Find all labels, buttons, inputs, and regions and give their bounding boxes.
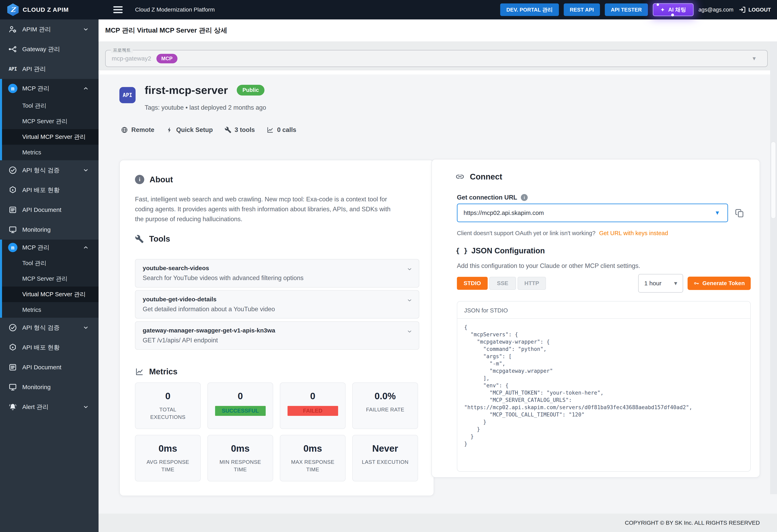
sidebar-item-mcp-2[interactable]: m MCP 관리 (2, 240, 99, 255)
generate-token-label: Generate Token (702, 280, 745, 287)
rest-api-button[interactable]: REST API (564, 3, 600, 16)
about-title: About (149, 175, 173, 184)
sidebar-item-monitoring[interactable]: Monitoring (0, 220, 99, 240)
braces-icon: { } (456, 247, 468, 255)
connection-url-value: https://mcp02.api.skapim.com (464, 209, 544, 216)
metric-total-executions: 0 TOTAL EXECUTIONS (135, 383, 201, 429)
chevron-up-icon (83, 85, 89, 92)
hamburger-menu-icon[interactable] (113, 6, 123, 13)
logout-icon (738, 6, 746, 14)
metric-failure-rate: 0.0% FAILURE RATE (352, 383, 418, 429)
sidebar-item-api-format-validation[interactable]: API 형식 검증 (0, 160, 99, 180)
sidebar-item-api-document-2[interactable]: API Document (0, 357, 99, 377)
tab-stdio[interactable]: STDIO (457, 277, 488, 290)
user-email: ags@ags.com (698, 7, 734, 13)
sparkle-dot-icon (657, 3, 659, 6)
page-title: MCP 관리 Virtual MCP Server 관리 상세 (105, 26, 227, 35)
connection-url-select[interactable]: https://mcp02.api.skapim.com ▼ (457, 204, 728, 222)
sidebar-item-mcp-server-mgmt[interactable]: MCP Server 관리 (2, 114, 99, 129)
about-heading-row: i About (135, 175, 173, 184)
metric-label: TOTAL EXECUTIONS (143, 406, 193, 421)
metric-label: MIN RESPONSE TIME (215, 458, 266, 473)
sidebar-item-metrics-2[interactable]: Metrics (2, 302, 99, 318)
sidebar-item-api-document[interactable]: API Document (0, 200, 99, 220)
metric-value: 0ms (280, 443, 345, 454)
dev-portal-button[interactable]: DEV. PORTAL 관리 (500, 3, 559, 16)
metric-value: 0 (208, 391, 273, 402)
sidebar-item-label: APIM 관리 (22, 25, 51, 33)
project-select-value: mcp-gateway2 (112, 55, 151, 62)
tab-sse[interactable]: SSE (489, 277, 516, 290)
chevron-down-icon[interactable] (407, 266, 412, 272)
server-avatar: API (119, 87, 135, 103)
chevron-down-icon[interactable] (407, 298, 412, 303)
key-icon (693, 280, 699, 286)
metric-success-chip: SUCCESSFUL (215, 406, 266, 416)
logout-button[interactable]: LOGOUT (738, 6, 771, 14)
sidebar-item-tool-mgmt[interactable]: Tool 관리 (2, 98, 99, 114)
sidebar-item-gateway[interactable]: Gateway 관리 (0, 39, 99, 59)
tool-description: Search for YouTube videos with advanced … (143, 275, 412, 282)
sidebar-item-api[interactable]: API API 관리 (0, 59, 99, 79)
tool-item-gateway-manager-swagger[interactable]: gateway-manager-swagger-get-v1-apis-kn3w… (135, 321, 419, 350)
get-url-with-keys-link[interactable]: Get URL with keys instead (599, 230, 668, 236)
project-select[interactable]: 프로젝트 mcp-gateway2 MCP ▼ (105, 50, 768, 67)
sidebar-item-api-deploy-status[interactable]: API 배포 현황 (0, 180, 99, 200)
sidebar-item-mcp[interactable]: m MCP 관리 (2, 79, 99, 98)
metric-successful: 0 SUCCESSFUL (207, 383, 273, 429)
tab-http[interactable]: HTTP (518, 277, 546, 290)
sidebar-item-virtual-mcp-server-mgmt[interactable]: Virtual MCP Server 관리 (2, 129, 99, 145)
sidebar-item-api-deploy-status-2[interactable]: API 배포 현황 (0, 337, 99, 357)
token-duration-value: 1 hour (644, 280, 661, 287)
metric-max-response: 0ms MAX RESPONSE TIME (280, 435, 346, 482)
oauth-helper-text: Client doesn't support OAuth yet or link… (457, 230, 595, 236)
sparkle-dot-icon (671, 14, 674, 16)
metric-value: 0 (280, 391, 345, 402)
sidebar-item-mcp-server-mgmt-2[interactable]: MCP Server 관리 (2, 271, 99, 287)
sidebar-item-api-format-validation-2[interactable]: API 형식 검증 (0, 318, 99, 337)
app-root: Z CLOUD Z APIM Cloud Z Modernization Pla… (0, 0, 777, 532)
sidebar-item-metrics[interactable]: Metrics (2, 145, 99, 160)
json-config-title: JSON Configuration (471, 246, 545, 255)
sidebar-group-mcp-1: m MCP 관리 Tool 관리 MCP Server 관리 Virtual M… (0, 79, 99, 160)
token-duration-select[interactable]: 1 hour ▼ (638, 274, 683, 293)
branch-icon (8, 44, 17, 54)
sidebar-item-label: Monitoring (22, 384, 50, 391)
copyright-text: COPYRIGHT © BY SK Inc. ALL RIGHTS RESERV… (625, 520, 760, 526)
sidebar-item-alert[interactable]: Alert 관리 (0, 397, 99, 417)
copy-icon[interactable] (735, 208, 745, 219)
ai-chat-button[interactable]: ✦ AI 채팅 (653, 3, 694, 16)
sidebar-item-label: MCP 관리 (22, 84, 49, 93)
metric-last-execution: Never LAST EXECUTION (352, 435, 418, 482)
metric-min-response: 0ms MIN RESPONSE TIME (207, 435, 273, 482)
metrics-grid: 0 TOTAL EXECUTIONS 0 SUCCESSFUL 0 FAILED… (135, 383, 419, 482)
server-name: first-mcp-server (145, 84, 228, 96)
generate-token-button[interactable]: Generate Token (687, 277, 751, 290)
chevron-up-icon (83, 244, 89, 250)
platform-title: Cloud Z Modernization Platform (135, 6, 215, 13)
info-icon: i (521, 194, 528, 201)
api-tester-button[interactable]: API TESTER (605, 3, 648, 16)
server-avatar-label: API (123, 92, 132, 98)
metric-failed-chip: FAILED (288, 406, 338, 416)
stat-label: Quick Setup (176, 126, 213, 133)
metric-label: FAILURE RATE (360, 406, 411, 413)
connect-title: Connect (470, 172, 502, 181)
sidebar-item-label: API Document (22, 364, 61, 371)
scrollbar-thumb[interactable] (771, 142, 776, 219)
chevron-down-icon[interactable] (407, 329, 412, 334)
tool-item-youtube-search-videos[interactable]: youtube-search-videos Search for YouTube… (135, 259, 419, 288)
sidebar-item-monitoring-2[interactable]: Monitoring (0, 377, 99, 397)
oauth-helper-row: Client doesn't support OAuth yet or link… (457, 230, 668, 236)
scrollbar-track[interactable] (770, 42, 777, 494)
info-icon: i (135, 175, 144, 184)
tool-item-youtube-get-video-details[interactable]: youtube-get-video-details Get detailed i… (135, 290, 419, 319)
sidebar-item-virtual-mcp-server-mgmt-2[interactable]: Virtual MCP Server 관리 (2, 287, 99, 302)
metric-avg-response: 0ms AVG RESPONSE TIME (135, 435, 201, 482)
sparkle-icon: ✦ (660, 6, 665, 13)
mcp-icon: m (8, 243, 17, 252)
stat-calls-count: 0 calls (266, 126, 296, 133)
sidebar-item-apim[interactable]: APIM 관리 (0, 19, 99, 39)
sidebar-item-tool-mgmt-2[interactable]: Tool 관리 (2, 255, 99, 271)
json-config-controls: STDIO SSE HTTP 1 hour ▼ Generate Token (457, 274, 751, 293)
